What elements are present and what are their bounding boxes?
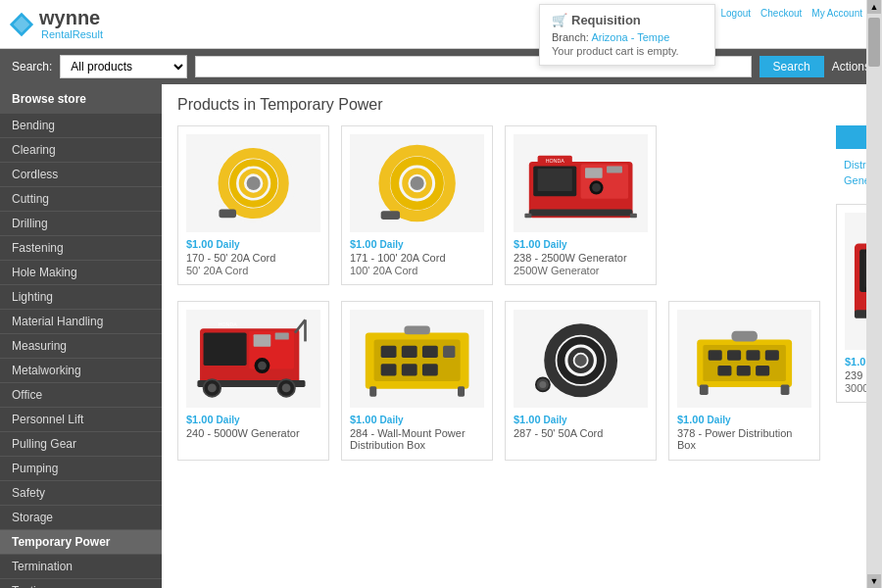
sidebar-item-personnel-lift[interactable]: Personnel Lift [0, 408, 162, 432]
search-button[interactable]: Search [760, 56, 824, 77]
scrollbar-down-arrow[interactable]: ▼ [867, 574, 881, 588]
svg-rect-38 [381, 346, 397, 358]
sidebar-item-cutting[interactable]: Cutting [0, 187, 162, 212]
product-name-170: 50' 20A Cord [186, 265, 320, 276]
sidebar-link-storage[interactable]: Storage [0, 506, 162, 529]
sidebar-link-safety[interactable]: Safety [0, 481, 162, 505]
logo-subtitle: RentalResult [41, 29, 103, 40]
search-label: Search: [12, 60, 52, 74]
svg-rect-43 [402, 364, 417, 375]
sidebar-link-office[interactable]: Office [0, 383, 162, 407]
sidebar-link-bending[interactable]: Bending [0, 114, 162, 137]
product-card-170[interactable]: $1.00 Daily 170 - 50' 20A Cord 50' 20A C… [177, 125, 329, 285]
sidebar-item-temporary-power[interactable]: Temporary Power [0, 530, 162, 555]
product-card-284[interactable]: $1.00 Daily 284 - Wall-Mount Power Distr… [341, 301, 493, 461]
svg-point-49 [574, 355, 586, 367]
sidebar-link-measuring[interactable]: Measuring [0, 334, 162, 358]
logo-area: wynne RentalResult [8, 8, 103, 40]
sidebar-item-hole-making[interactable]: Hole Making [0, 261, 162, 285]
sidebar-link-drilling[interactable]: Drilling [0, 212, 162, 235]
svg-point-27 [258, 362, 267, 370]
logo-icon [8, 11, 35, 38]
sidebar-item-clearing[interactable]: Clearing [0, 138, 162, 163]
page-title: Products in Temporary Power [177, 96, 882, 114]
search-select[interactable]: All products Temporary Power Bending Cle… [60, 55, 187, 78]
svg-point-15 [592, 183, 601, 192]
sidebar-link-lighting[interactable]: Lighting [0, 285, 162, 309]
product-img-378 [677, 310, 811, 408]
svg-rect-56 [746, 350, 760, 361]
scrollbar-thumb[interactable] [868, 18, 880, 67]
sidebar-link-pumping[interactable]: Pumping [0, 457, 162, 480]
sidebar-item-measuring[interactable]: Measuring [0, 334, 162, 359]
product-name-238: 2500W Generator [514, 265, 648, 276]
actions-button[interactable]: Actions [832, 60, 870, 74]
sidebar-item-pumping[interactable]: Pumping [0, 457, 162, 481]
sidebar-link-metalworking[interactable]: Metalworking [0, 359, 162, 382]
sidebar-link-temporary-power[interactable]: Temporary Power [0, 530, 162, 554]
branch-link[interactable]: Arizona - Tempe [591, 31, 669, 43]
product-code-240: 240 - 5000W Generator [186, 427, 320, 439]
svg-rect-7 [381, 211, 400, 220]
sidebar-item-termination[interactable]: Termination [0, 555, 162, 579]
sidebar-link-cordless[interactable]: Cordless [0, 163, 162, 186]
sidebar-item-storage[interactable]: Storage [0, 506, 162, 530]
svg-rect-63 [780, 384, 789, 395]
products-grid-area: $1.00 Daily 170 - 50' 20A Cord 50' 20A C… [177, 125, 820, 476]
svg-rect-12 [585, 168, 603, 178]
scrollbar-right: ▲ ▼ [866, 0, 882, 588]
myaccount-link[interactable]: My Account [811, 8, 862, 19]
sidebar-item-material-handling[interactable]: Material Handling [0, 310, 162, 334]
requisition-branch: Branch: Arizona - Tempe [552, 31, 703, 43]
product-code-378: 378 - Power Distribution Box [677, 427, 811, 451]
sidebar-item-cordless[interactable]: Cordless [0, 163, 162, 187]
product-card-171[interactable]: $1.00 Daily 171 - 100' 20A Cord 100' 20A… [341, 125, 493, 285]
sidebar-link-personnel-lift[interactable]: Personnel Lift [0, 408, 162, 431]
svg-rect-46 [369, 386, 376, 397]
cord-yellow-small-img [193, 139, 314, 227]
sidebar-link-material-handling[interactable]: Material Handling [0, 310, 162, 333]
checkout-link[interactable]: Checkout [760, 8, 802, 19]
sidebar-link-pulling-gear[interactable]: Pulling Gear [0, 432, 162, 456]
cord-black-img [520, 315, 641, 403]
svg-point-3 [246, 176, 260, 190]
dist-box-portable-img [684, 315, 805, 403]
scrollbar-up-arrow[interactable]: ▲ [867, 0, 881, 14]
dist-box-yellow-img [357, 315, 477, 403]
sidebar-link-cutting[interactable]: Cutting [0, 187, 162, 211]
sidebar-item-pulling-gear[interactable]: Pulling Gear [0, 432, 162, 457]
product-name-171: 100' 20A Cord [350, 265, 484, 276]
product-code-284: 284 - Wall-Mount Power Distribution Box [350, 427, 484, 451]
sidebar-link-fastening[interactable]: Fastening [0, 236, 162, 260]
sidebar-item-drilling[interactable]: Drilling [0, 212, 162, 236]
sidebar-link-clearing[interactable]: Clearing [0, 138, 162, 162]
requisition-box: 🛒 Requisition Branch: Arizona - Tempe Yo… [539, 4, 715, 66]
sidebar-link-hole-making[interactable]: Hole Making [0, 261, 162, 284]
product-card-238[interactable]: HONDA $1.00 Daily 238 - 2500W Generator … [505, 125, 657, 285]
sidebar-item-metalworking[interactable]: Metalworking [0, 359, 162, 383]
sidebar-link-testing[interactable]: Testing [0, 579, 162, 588]
product-img-240: HONDA [186, 310, 320, 408]
svg-rect-40 [422, 346, 438, 358]
products-row-2: HONDA $1.00 Daily 240 - 5000W Generator [177, 301, 820, 461]
sidebar-item-fastening[interactable]: Fastening [0, 236, 162, 261]
sidebar-item-lighting[interactable]: Lighting [0, 285, 162, 310]
requisition-empty: Your product cart is empty. [552, 45, 703, 57]
sidebar-item-testing[interactable]: Testing [0, 579, 162, 588]
svg-rect-24 [253, 334, 270, 346]
svg-rect-55 [727, 350, 741, 361]
svg-rect-4 [219, 209, 236, 218]
logout-link[interactable]: Logout [720, 8, 751, 19]
sidebar-item-bending[interactable]: Bending [0, 114, 162, 138]
svg-point-6 [410, 176, 423, 190]
svg-rect-13 [607, 166, 622, 172]
sidebar-item-office[interactable]: Office [0, 383, 162, 408]
product-card-287[interactable]: $1.00 Daily 287 - 50' 50A Cord [505, 301, 657, 461]
product-card-378[interactable]: $1.00 Daily 378 - Power Distribution Box [668, 301, 820, 461]
cart-icon: 🛒 [552, 13, 567, 27]
sidebar-link-termination[interactable]: Termination [0, 555, 162, 578]
svg-rect-47 [458, 386, 465, 397]
product-img-287 [514, 310, 648, 408]
product-card-240[interactable]: HONDA $1.00 Daily 240 - 5000W Generator [177, 301, 329, 461]
sidebar-item-safety[interactable]: Safety [0, 481, 162, 506]
